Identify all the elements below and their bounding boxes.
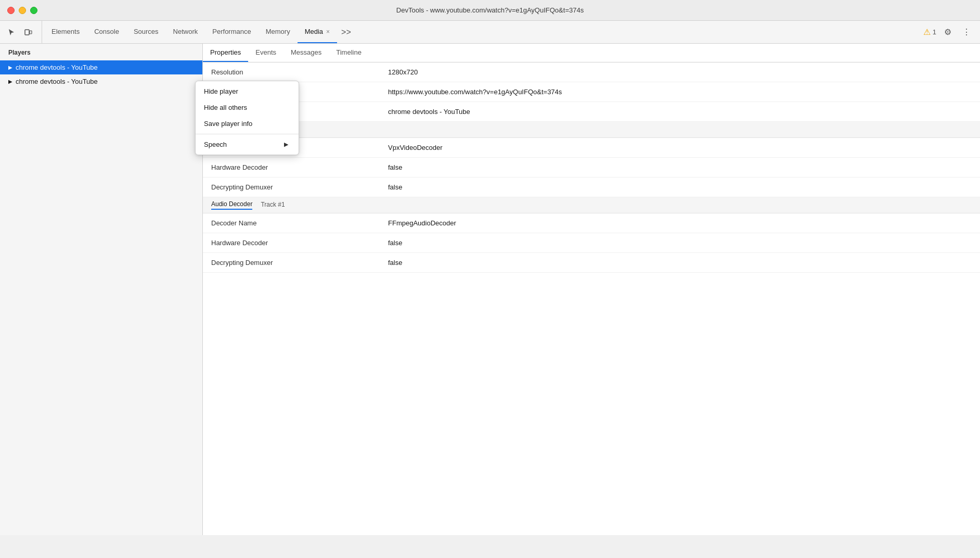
prop-row-frame-url: Frame URL https://www.youtube.com/watch?… — [203, 82, 980, 102]
cursor-icon[interactable] — [4, 25, 19, 40]
tab-elements[interactable]: Elements — [44, 21, 87, 43]
expand-arrow-2: ▶ — [8, 79, 12, 84]
audio-decoder-tab[interactable]: Audio Decoder — [211, 200, 252, 210]
gear-icon: ⚙ — [944, 27, 951, 37]
warning-count: 1 — [933, 28, 936, 36]
nav-tabs: Elements Console Sources Network Perform… — [44, 21, 917, 43]
context-menu-save-player-info[interactable]: Save player info — [196, 116, 299, 132]
close-button[interactable] — [7, 7, 15, 14]
subtab-events[interactable]: Events — [248, 44, 283, 62]
prop-row-frame-title: Frame Title chrome devtools - YouTube — [203, 102, 980, 122]
sidebar-title: Players — [0, 44, 202, 60]
context-menu: Hide player Hide all others Save player … — [195, 81, 299, 155]
context-menu-divider — [196, 134, 299, 134]
devtools-body: Elements Console Sources Network Perform… — [0, 21, 980, 535]
tab-console[interactable]: Console — [87, 21, 126, 43]
tab-network[interactable]: Network — [166, 21, 205, 43]
prop-value-video-decoder-name: VpxVideoDecoder — [388, 144, 972, 151]
tab-bar: Elements Console Sources Network Perform… — [0, 21, 980, 44]
prop-value-frame-url: https://www.youtube.com/watch?v=e1gAyQuI… — [388, 88, 972, 96]
prop-key-resolution: Resolution — [211, 68, 388, 76]
tab-bar-right: ⚠ 1 ⚙ ⋮ — [917, 21, 980, 43]
prop-row-audio-decoder-name: Decoder Name FFmpegAudioDecoder — [203, 213, 980, 233]
svg-rect-1 — [30, 31, 32, 34]
tab-media[interactable]: Media × — [298, 21, 337, 43]
prop-value-audio-hardware-decoder: false — [388, 239, 972, 247]
sidebar: Players ▶ chrome devtools - YouTube ▶ ch… — [0, 44, 203, 535]
video-decoder-section-header: Video Decoder Track #1 — [203, 122, 980, 138]
main-content: Properties Events Messages Timeline Reso… — [203, 44, 980, 535]
content-row: Players ▶ chrome devtools - YouTube ▶ ch… — [0, 44, 980, 535]
audio-track-tab[interactable]: Track #1 — [261, 201, 285, 209]
prop-value-audio-decrypting: false — [388, 259, 972, 267]
prop-key-audio-hardware-decoder: Hardware Decoder — [211, 239, 388, 247]
prop-key-video-hardware-decoder: Hardware Decoder — [211, 163, 388, 171]
more-dots-icon: ⋮ — [962, 27, 971, 37]
submenu-arrow-icon: ▶ — [284, 141, 288, 148]
context-menu-hide-all-others[interactable]: Hide all others — [196, 99, 299, 116]
prop-key-audio-decoder-name: Decoder Name — [211, 219, 388, 227]
prop-key-audio-decrypting: Decrypting Demuxer — [211, 259, 388, 267]
player2-label: chrome devtools - YouTube — [16, 78, 98, 85]
close-media-tab[interactable]: × — [326, 29, 330, 35]
prop-key-video-decrypting: Decrypting Demuxer — [211, 183, 388, 191]
subtab-timeline[interactable]: Timeline — [329, 44, 369, 62]
tab-sources[interactable]: Sources — [126, 21, 166, 43]
prop-row-video-hardware-decoder: Hardware Decoder false — [203, 158, 980, 177]
subtab-messages[interactable]: Messages — [283, 44, 329, 62]
warning-icon: ⚠ — [923, 27, 931, 37]
audio-decoder-section-header: Audio Decoder Track #1 — [203, 197, 980, 213]
prop-value-audio-decoder-name: FFmpegAudioDecoder — [388, 219, 972, 227]
prop-value-video-decrypting: false — [388, 183, 972, 191]
device-toolbar-icon[interactable] — [21, 25, 35, 40]
expand-arrow-1: ▶ — [8, 65, 12, 70]
title-bar: DevTools - www.youtube.com/watch?v=e1gAy… — [0, 0, 980, 21]
prop-row-audio-hardware-decoder: Hardware Decoder false — [203, 233, 980, 253]
prop-value-resolution: 1280x720 — [388, 68, 972, 76]
sidebar-item-player2[interactable]: ▶ chrome devtools - YouTube — [0, 74, 202, 88]
minimize-button[interactable] — [19, 7, 26, 14]
sub-tabs-row: Properties Events Messages Timeline — [203, 44, 980, 62]
traffic-lights — [7, 7, 37, 14]
maximize-button[interactable] — [30, 7, 37, 14]
prop-row-video-decrypting: Decrypting Demuxer false — [203, 177, 980, 197]
prop-value-frame-title: chrome devtools - YouTube — [388, 108, 972, 116]
svg-rect-0 — [25, 30, 29, 35]
prop-row-resolution: Resolution 1280x720 — [203, 62, 980, 82]
context-menu-hide-player[interactable]: Hide player — [196, 83, 299, 99]
prop-row-audio-decrypting: Decrypting Demuxer false — [203, 253, 980, 273]
properties-area: Resolution 1280x720 Frame URL https://ww… — [203, 62, 980, 535]
tab-bar-tools — [4, 21, 42, 43]
prop-value-video-hardware-decoder: false — [388, 163, 972, 171]
more-tabs-button[interactable]: >> — [337, 21, 355, 43]
tab-memory[interactable]: Memory — [259, 21, 298, 43]
prop-row-video-decoder-name: Decoder Name VpxVideoDecoder — [203, 138, 980, 158]
warning-badge[interactable]: ⚠ 1 — [923, 27, 936, 37]
subtab-properties[interactable]: Properties — [203, 44, 248, 62]
context-menu-speech[interactable]: Speech ▶ — [196, 136, 299, 153]
settings-button[interactable]: ⚙ — [940, 25, 955, 40]
tab-performance[interactable]: Performance — [205, 21, 258, 43]
sidebar-item-player1[interactable]: ▶ chrome devtools - YouTube — [0, 60, 202, 74]
window-title: DevTools - www.youtube.com/watch?v=e1gAy… — [396, 6, 584, 14]
player1-label: chrome devtools - YouTube — [16, 64, 98, 71]
more-menu-button[interactable]: ⋮ — [959, 25, 974, 40]
